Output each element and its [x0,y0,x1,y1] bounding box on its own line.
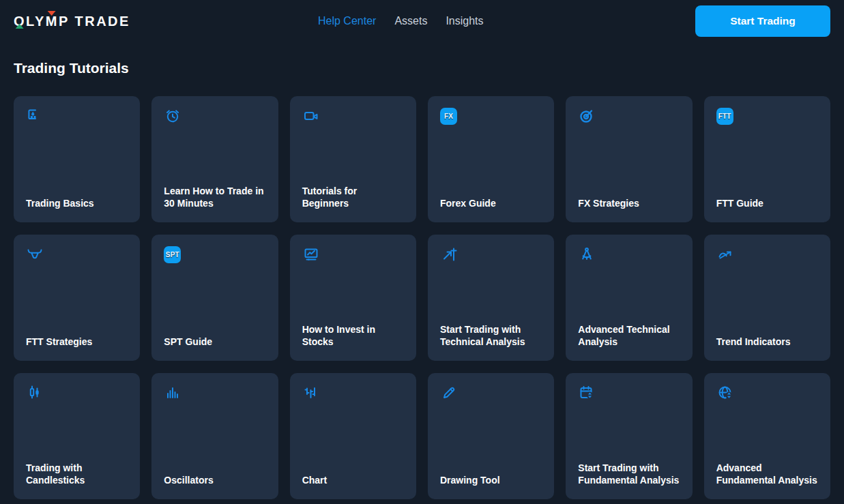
tutorial-card-start-trading-with-fundamental-analysis[interactable]: Start Trading with Fundamental Analysis [566,373,692,499]
card-title: Drawing Tool [440,474,542,486]
card-title: FTT Guide [716,197,819,209]
card-title: SPT Guide [164,336,266,348]
card-title: Start Trading with Technical Analysis [440,323,542,348]
nav-item-assets[interactable]: Assets [394,15,427,27]
main-nav: Help CenterAssetsInsights [318,0,484,42]
bull-icon [26,246,128,263]
monitor-chart-icon [302,246,405,263]
card-title: FX Strategies [578,197,680,209]
page-title: Trading Tutorials [14,60,830,76]
card-title: Advanced Fundamental Analysis [716,462,819,486]
card-title: Oscillators [164,474,266,486]
ftt-badge-icon: FTT [716,107,819,125]
tutorial-card-forex-guide[interactable]: FX Forex Guide [428,96,554,222]
histogram-icon [164,384,266,402]
logo-letter-o: O [14,14,26,29]
tutorial-card-trading-basics[interactable]: Trading Basics [14,96,140,222]
tutorial-card-tutorials-for-beginners[interactable]: Tutorials for Beginners [290,96,416,222]
tutorial-card-trading-with-candlesticks[interactable]: Trading with Candlesticks [14,373,140,499]
tutorial-card-drawing-tool[interactable]: Drawing Tool [428,373,554,499]
top-bar: OLYMP TRADE Help CenterAssetsInsights St… [0,0,844,42]
start-trading-button[interactable]: Start Trading [695,5,830,37]
spt-badge-icon: SPT [164,246,266,263]
chart-board-icon [26,107,128,125]
tutorial-card-chart[interactable]: Chart [290,373,416,499]
candlesticks-icon [26,384,128,402]
badge-label: FX [440,108,457,125]
card-title: Advanced Technical Analysis [578,323,680,348]
tutorial-card-fx-strategies[interactable]: FX Strategies [566,96,692,222]
calendar-updown-icon [578,384,680,402]
card-title: FTT Strategies [26,336,128,348]
trend-wave-icon [716,246,819,263]
compass-icon [578,246,680,263]
card-title: Chart [302,474,405,486]
nav-item-help-center[interactable]: Help Center [318,15,376,27]
tutorials-grid: Trading Basics Learn How to Trade in 30 … [0,96,844,499]
badge-label: FTT [716,108,733,125]
tutorial-card-oscillators[interactable]: Oscillators [151,373,278,499]
badge-label: SPT [164,246,181,263]
tutorial-card-learn-how-to-trade-in-30-minutes[interactable]: Learn How to Trade in 30 Minutes [151,96,278,222]
tutorial-card-start-trading-with-technical-analysis[interactable]: Start Trading with Technical Analysis [428,235,554,361]
globe-updown-icon [716,384,819,402]
fx-badge-icon: FX [440,107,542,125]
card-title: Trend Indicators [716,336,819,348]
tutorial-card-ftt-guide[interactable]: FTT FTT Guide [704,96,830,222]
card-title: Start Trading with Fundamental Analysis [578,462,680,486]
tutorial-card-spt-guide[interactable]: SPT SPT Guide [151,235,278,361]
video-camera-icon [302,107,405,125]
tutorial-card-advanced-technical-analysis[interactable]: Advanced Technical Analysis [566,235,692,361]
pencil-icon [440,384,542,402]
ohlc-chart-icon [302,384,405,402]
target-arrow-icon [578,107,680,125]
tutorial-card-trend-indicators[interactable]: Trend Indicators [704,235,830,361]
card-title: How to Invest in Stocks [302,323,405,348]
olymp-trade-logo[interactable]: OLYMP TRADE [14,14,130,29]
card-title: Forex Guide [440,197,542,209]
tutorial-card-ftt-strategies[interactable]: FTT Strategies [14,235,140,361]
logo-letter-m: M [46,14,59,29]
card-title: Tutorials for Beginners [302,185,405,209]
card-title: Trading with Candlesticks [26,462,128,486]
nav-item-insights[interactable]: Insights [446,15,483,27]
card-title: Trading Basics [26,197,128,209]
card-title: Learn How to Trade in 30 Minutes [164,185,266,209]
tutorial-card-how-to-invest-in-stocks[interactable]: How to Invest in Stocks [290,235,416,361]
alarm-clock-icon [164,107,266,125]
trend-arrow-icon [440,246,542,263]
tutorial-card-advanced-fundamental-analysis[interactable]: Advanced Fundamental Analysis [704,373,830,499]
